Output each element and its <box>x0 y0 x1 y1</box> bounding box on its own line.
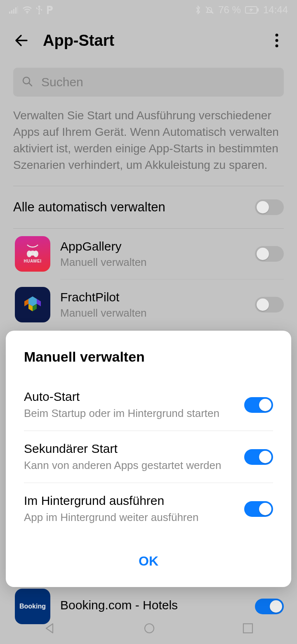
dialog-row-subtitle: Kann von anderen Apps gestartet werden <box>24 459 221 472</box>
dialog-title: Manuell verwalten <box>6 349 291 379</box>
dialog-ok-button[interactable]: OK <box>6 535 291 587</box>
dialog-row-title: Auto-Start <box>24 390 219 404</box>
dialog-toggle[interactable] <box>244 501 273 517</box>
dialog-toggle[interactable] <box>244 397 273 413</box>
dialog-row-subtitle: App im Hintergrund weiter ausführen <box>24 511 198 524</box>
dialog-row-background[interactable]: Im Hintergrund ausführen App im Hintergr… <box>6 483 291 535</box>
dialog-row-subtitle: Beim Startup oder im Hintergrund starten <box>24 407 219 420</box>
dialog-toggle[interactable] <box>244 449 273 465</box>
dialog-row-title: Im Hintergrund ausführen <box>24 494 198 508</box>
screen: 76 % 14:44 App-Start Suchen Verwalten Si… <box>0 0 297 644</box>
manage-dialog: Manuell verwalten Auto-Start Beim Startu… <box>6 331 291 587</box>
dialog-row-title: Sekundärer Start <box>24 442 221 456</box>
dialog-row-secondary[interactable]: Sekundärer Start Kann von anderen Apps g… <box>6 431 291 483</box>
dialog-row-autostart[interactable]: Auto-Start Beim Startup oder im Hintergr… <box>6 379 291 431</box>
